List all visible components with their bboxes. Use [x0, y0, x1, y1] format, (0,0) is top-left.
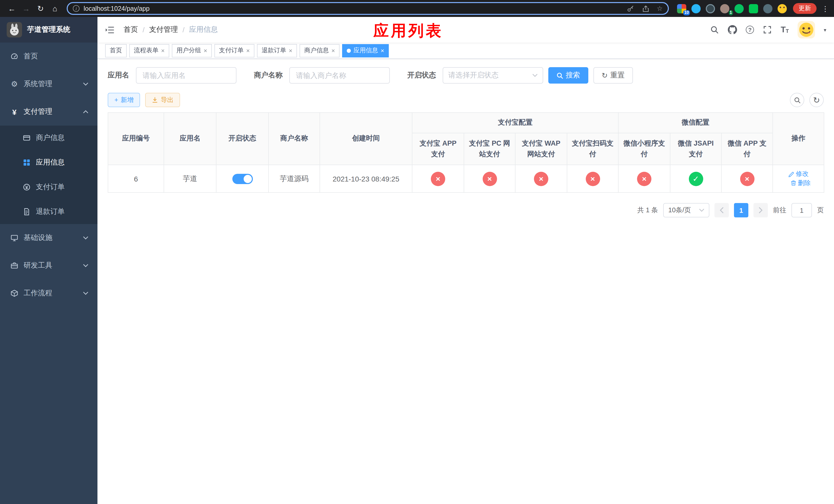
tab-refund-order[interactable]: 退款订单 ×	[257, 44, 297, 57]
extension-avatar-icon[interactable]: 1	[720, 4, 729, 13]
tab-label: 应用信息	[353, 46, 378, 55]
tab-close-icon[interactable]: ×	[380, 47, 384, 53]
add-button[interactable]: + 新增	[108, 93, 140, 107]
sidebar: 芋道管理系统 首页 ⚙ 系统管理 ¥ 支付管理	[0, 17, 97, 504]
forward-button[interactable]: →	[20, 2, 33, 15]
merchant-name-label: 商户名称	[254, 71, 283, 80]
app-table: 应用编号 应用名 开启状态 商户名称 创建时间 支付宝配置 微信配置 操作 支付…	[108, 112, 824, 193]
screen: ← → ↻ ⌂ i localhost:1024/pay/app ☆ 10 1	[0, 0, 834, 504]
extension-drop-icon[interactable]	[692, 4, 701, 13]
top-navbar: 首页 / 支付管理 / 应用信息 应用列表 ?	[97, 17, 834, 43]
site-info-icon[interactable]: i	[73, 5, 80, 12]
extension-dark-icon[interactable]	[706, 4, 715, 13]
tab-close-icon[interactable]: ×	[161, 47, 164, 53]
monitor-icon	[10, 234, 19, 242]
refresh-button[interactable]: ↻	[34, 2, 47, 15]
sidebar-toggle-icon[interactable]	[105, 25, 115, 35]
refresh-table-button[interactable]: ↻	[809, 93, 824, 107]
extension-grid-icon[interactable]: 10	[677, 4, 686, 13]
tab-close-icon[interactable]: ×	[289, 47, 292, 53]
next-page-button[interactable]	[753, 203, 768, 217]
tab-pay-order[interactable]: 支付订单 ×	[214, 44, 255, 57]
delete-link[interactable]: 删除	[790, 179, 811, 187]
breadcrumb-home[interactable]: 首页	[124, 25, 138, 35]
search-button[interactable]: 搜索	[548, 67, 588, 84]
tab-close-icon[interactable]: ×	[204, 47, 207, 53]
back-button[interactable]: ←	[5, 2, 19, 15]
font-size-icon[interactable]: TT	[781, 26, 789, 34]
alipay-qr-disabled-icon: ×	[586, 171, 600, 186]
toggle-search-button[interactable]	[790, 93, 804, 107]
pay-order-icon	[23, 183, 31, 191]
user-avatar[interactable]	[797, 21, 815, 39]
chevron-down-icon	[83, 83, 88, 86]
tab-label: 支付订单	[219, 46, 244, 55]
column-header-wx-jsapi: 微信 JSAPI 支付	[670, 133, 721, 165]
sidebar-item-pay-order[interactable]: 支付订单	[0, 175, 97, 200]
extension-emoji-icon[interactable]	[777, 4, 787, 13]
tab-process-form[interactable]: 流程表单 ×	[129, 44, 169, 57]
document-icon	[23, 208, 31, 216]
alipay-app-disabled-icon: ×	[431, 171, 445, 186]
extension-pin-icon[interactable]	[763, 4, 772, 13]
sidebar-item-dev-tools[interactable]: 研发工具	[0, 252, 97, 279]
reset-button[interactable]: ↻ 重置	[593, 67, 633, 84]
alipay-wap-disabled-icon: ×	[534, 171, 548, 186]
browser-menu-icon[interactable]: ⋮	[822, 4, 829, 13]
column-header-alipay-qr: 支付宝扫码支付	[567, 133, 618, 165]
tab-home[interactable]: 首页	[105, 44, 127, 57]
tab-merchant-info[interactable]: 商户信息 ×	[300, 44, 339, 57]
home-button[interactable]: ⌂	[48, 2, 62, 15]
sidebar-item-system[interactable]: ⚙ 系统管理	[0, 70, 97, 98]
extension-green-icon[interactable]	[749, 4, 758, 13]
sidebar-item-refund-order[interactable]: 退款订单	[0, 200, 97, 224]
sidebar-item-app-info[interactable]: 应用信息	[0, 150, 97, 175]
sidebar-item-payment[interactable]: ¥ 支付管理	[0, 98, 97, 125]
tab-app-info[interactable]: 应用信息 ×	[342, 44, 389, 57]
cell-merchant: 芋道源码	[268, 165, 320, 192]
extension-wechat-icon[interactable]	[734, 4, 744, 13]
page-number-button[interactable]: 1	[734, 203, 748, 217]
add-button-label: 新增	[121, 96, 134, 104]
password-key-icon[interactable]	[626, 4, 635, 13]
bookmark-star-icon[interactable]: ☆	[657, 5, 663, 12]
help-icon[interactable]: ?	[746, 26, 754, 34]
sidebar-item-merchant-info[interactable]: 商户信息	[0, 125, 97, 150]
extension-badge: 10	[683, 10, 690, 15]
prev-page-button[interactable]	[715, 203, 729, 217]
share-icon[interactable]	[641, 4, 651, 13]
breadcrumb-payment[interactable]: 支付管理	[149, 25, 178, 35]
status-select[interactable]: 请选择开启状态	[443, 67, 543, 84]
tab-label: 用户分组	[176, 46, 201, 55]
status-select-placeholder: 请选择开启状态	[448, 71, 499, 80]
goto-page-input[interactable]	[791, 203, 812, 217]
cell-id: 6	[108, 165, 164, 192]
tab-close-icon[interactable]: ×	[246, 47, 250, 53]
status-toggle[interactable]	[232, 174, 253, 184]
avatar-caret-icon[interactable]: ▾	[824, 27, 826, 32]
tab-user-group[interactable]: 用户分组 ×	[172, 44, 212, 57]
browser-update-button[interactable]: 更新	[793, 3, 816, 14]
page-size-select[interactable]: 10条/页	[663, 203, 709, 217]
column-header-alipay-app: 支付宝 APP 支付	[412, 133, 464, 165]
fullscreen-icon[interactable]	[763, 25, 772, 35]
sidebar-item-label: 基础设施	[24, 233, 52, 243]
sidebar-item-infrastructure[interactable]: 基础设施	[0, 224, 97, 252]
merchant-name-input[interactable]	[289, 67, 390, 84]
toolbox-icon	[10, 261, 19, 270]
search-icon[interactable]	[710, 25, 719, 35]
sidebar-item-home[interactable]: 首页	[0, 43, 97, 70]
tab-close-icon[interactable]: ×	[331, 47, 335, 53]
sidebar-item-workflow[interactable]: 工作流程	[0, 279, 97, 307]
export-button[interactable]: 导出	[146, 93, 180, 107]
url-text: localhost:1024/pay/app	[84, 5, 622, 12]
wx-jsapi-enabled-icon: ✓	[688, 171, 703, 186]
status-label: 开启状态	[407, 71, 436, 80]
edit-link[interactable]: 修改	[788, 170, 809, 178]
app-name-input[interactable]	[136, 67, 237, 84]
sidebar-logo[interactable]: 芋道管理系统	[0, 17, 97, 43]
address-bar[interactable]: i localhost:1024/pay/app ☆	[67, 2, 669, 15]
page-size-value: 10条/页	[668, 206, 691, 215]
github-icon[interactable]	[728, 25, 737, 35]
credit-card-icon	[23, 134, 31, 142]
